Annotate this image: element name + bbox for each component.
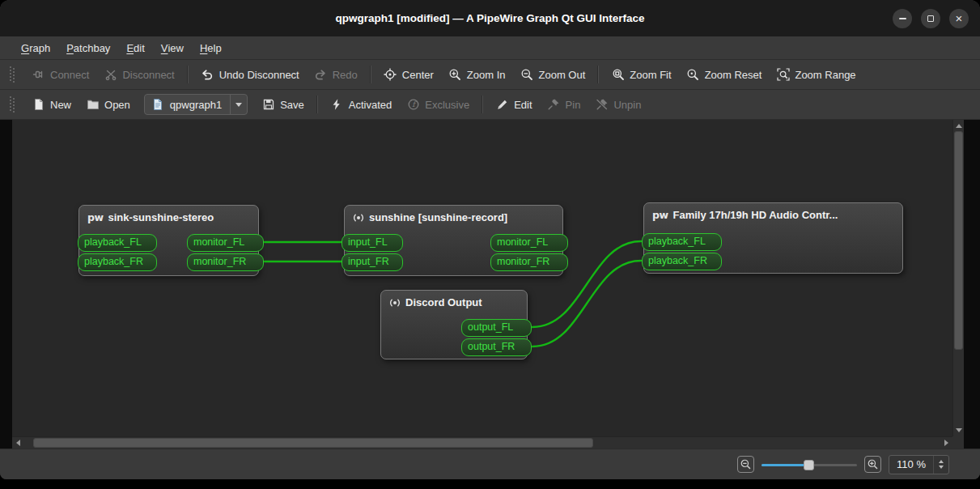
combobox-dropdown-arrow[interactable]: [230, 95, 247, 114]
pipewire-icon: pw: [87, 211, 104, 223]
horizontal-scrollbar-track[interactable]: [23, 437, 941, 449]
maximize-icon: [927, 15, 934, 22]
vertical-scrollbar-track[interactable]: [953, 131, 964, 425]
menu-graph-accel: G: [21, 42, 29, 54]
stream-icon: [389, 297, 401, 308]
scroll-left-button[interactable]: [12, 437, 23, 449]
new-file-icon: [32, 98, 45, 112]
open-button[interactable]: Open: [78, 93, 138, 116]
connect-icon: [32, 68, 45, 82]
port-sunshine-input-fl[interactable]: input_FL: [342, 234, 403, 252]
connections-layer: [12, 120, 952, 436]
port-sink-monitor-fl[interactable]: monitor_FL: [187, 234, 264, 252]
undo-disconnect-button[interactable]: Undo Disconnect: [193, 63, 307, 86]
canvas-left-margin: [0, 436, 12, 449]
port-sink-playback-fl[interactable]: playback_FL: [78, 234, 157, 252]
arrow-up-icon: [956, 121, 962, 128]
zoom-out-button[interactable]: Zoom Out: [513, 63, 593, 86]
stream-icon: [353, 212, 364, 223]
vertical-scrollbar[interactable]: [952, 120, 964, 436]
zoom-range-button[interactable]: Zoom Range: [769, 63, 863, 86]
connect-label: Connect: [50, 69, 89, 81]
unpin-button[interactable]: Unpin: [588, 93, 648, 116]
zoom-out-label: Zoom Out: [539, 69, 586, 81]
pipewire-icon: pw: [652, 209, 668, 221]
port-discord-output-fl[interactable]: output_FL: [461, 319, 532, 337]
redo-button[interactable]: Redo: [307, 63, 365, 86]
node-title: sink-sunshine-stereo: [108, 211, 214, 223]
zoom-fit-button[interactable]: Zoom Fit: [604, 63, 678, 86]
horizontal-scrollbar-thumb[interactable]: [33, 438, 593, 448]
toolbar-drag-handle[interactable]: [10, 96, 16, 113]
zoom-range-icon: [776, 68, 790, 82]
port-sunshine-monitor-fr[interactable]: monitor_FR: [490, 253, 568, 271]
open-folder-icon: [86, 98, 100, 112]
zoom-slider-fill: [762, 464, 806, 466]
app-window: qpwgraph1 [modified] — A PipeWire Graph …: [0, 0, 980, 479]
port-sink-playback-fr[interactable]: playback_FR: [78, 253, 157, 271]
edit-pencil-icon: [495, 98, 509, 112]
close-button[interactable]: ×: [949, 9, 969, 28]
menu-edit[interactable]: Edit: [118, 36, 152, 59]
activated-lightning-icon: [330, 98, 344, 112]
port-discord-output-fr[interactable]: output_FR: [461, 338, 532, 356]
scroll-down-button[interactable]: [953, 425, 964, 436]
port-sink-monitor-fr[interactable]: monitor_FR: [187, 253, 264, 271]
node-sunshine-record[interactable]: sunshine [sunshine-record] input_FL inpu…: [344, 205, 563, 276]
graph-canvas[interactable]: pw sink-sunshine-stereo playback_FL play…: [12, 120, 952, 436]
node-discord-output[interactable]: Discord Output output_FL output_FR: [380, 290, 528, 359]
save-button[interactable]: Save: [254, 93, 312, 116]
menu-graph[interactable]: Graph: [13, 36, 58, 59]
menu-view[interactable]: View: [153, 36, 192, 59]
toolbar-separator: [370, 66, 371, 83]
activated-button[interactable]: Activated: [323, 93, 399, 116]
minimize-button[interactable]: [893, 9, 912, 28]
node-family-hd-audio[interactable]: pw Family 17h/19h HD Audio Contr... play…: [643, 202, 903, 274]
zoom-reset-label: Zoom Reset: [705, 69, 762, 81]
menu-patchbay[interactable]: Patchbay: [58, 36, 118, 59]
horizontal-scrollbar[interactable]: [12, 436, 952, 449]
patchbay-profile-combobox[interactable]: qpwgraph1: [144, 94, 248, 115]
menu-edit-label: dit: [134, 42, 145, 54]
port-sunshine-input-fr[interactable]: input_FR: [342, 253, 403, 271]
statusbar-zoom-out-button[interactable]: [737, 456, 754, 473]
statusbar-zoom-in-button[interactable]: [864, 456, 881, 473]
canvas-right-margin: [964, 120, 980, 436]
spin-down-icon[interactable]: [939, 466, 944, 471]
scroll-right-button[interactable]: [941, 437, 952, 449]
center-button[interactable]: Center: [376, 63, 441, 86]
window-controls: ×: [893, 0, 969, 36]
scroll-up-button[interactable]: [953, 120, 964, 131]
port-family-playback-fr[interactable]: playback_FR: [642, 253, 722, 270]
toolbar-drag-handle[interactable]: [10, 66, 16, 83]
edit-button[interactable]: Edit: [488, 93, 539, 116]
node-sink-sunshine-stereo[interactable]: pw sink-sunshine-stereo playback_FL play…: [78, 205, 259, 276]
menubar: Graph Patchbay Edit View Help: [0, 36, 980, 60]
titlebar: qpwgraph1 [modified] — A PipeWire Graph …: [0, 0, 980, 36]
toolbar-separator: [482, 96, 483, 113]
menu-help[interactable]: Help: [192, 36, 230, 59]
zoom-in-button[interactable]: Zoom In: [441, 63, 513, 86]
port-sunshine-monitor-fl[interactable]: monitor_FL: [490, 234, 568, 252]
port-family-playback-fl[interactable]: playback_FL: [642, 233, 722, 251]
new-button[interactable]: New: [24, 93, 78, 116]
canvas-right-margin: [964, 436, 980, 449]
exclusive-button[interactable]: f Exclusive: [399, 93, 477, 116]
maximize-button[interactable]: [921, 9, 940, 28]
zoom-spinbox[interactable]: 110 %: [889, 455, 949, 474]
node-header: pw Family 17h/19h HD Audio Contr...: [644, 203, 902, 221]
center-icon: [384, 68, 397, 82]
disconnect-label: Disconnect: [122, 69, 174, 81]
zoom-range-label: Zoom Range: [795, 69, 855, 81]
zoom-slider[interactable]: [762, 457, 857, 472]
zoom-in-label: Zoom In: [467, 69, 506, 81]
exclusive-label: Exclusive: [425, 99, 469, 111]
disconnect-button[interactable]: Disconnect: [96, 63, 181, 86]
zoom-reset-button[interactable]: Zoom Reset: [679, 63, 770, 86]
node-header: pw sink-sunshine-stereo: [79, 206, 258, 223]
spin-up-icon[interactable]: [939, 457, 944, 463]
zoom-slider-thumb[interactable]: [804, 460, 814, 470]
pin-button[interactable]: Pin: [540, 93, 588, 116]
vertical-scrollbar-thumb[interactable]: [954, 131, 963, 350]
connect-button[interactable]: Connect: [24, 63, 96, 86]
